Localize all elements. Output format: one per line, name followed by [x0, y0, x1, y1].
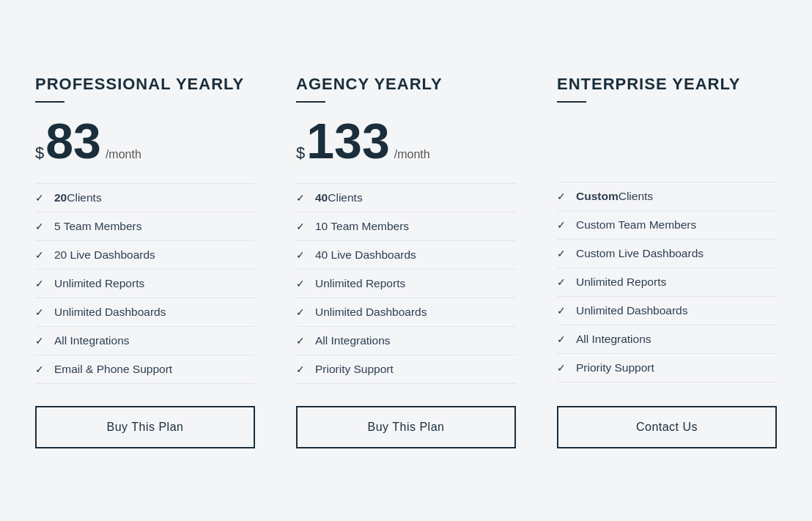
list-item: ✓Custom Clients: [557, 182, 777, 211]
plan-title-professional: PROFESSIONAL YEARLY: [35, 75, 255, 94]
price-period-agency: /month: [394, 148, 430, 161]
feature-text: Unlimited Dashboards: [54, 306, 166, 319]
feature-bold-text: 20: [54, 191, 67, 204]
price-amount-professional: 83: [45, 116, 101, 166]
check-icon: ✓: [557, 248, 566, 259]
list-item: ✓Unlimited Dashboards: [296, 298, 516, 327]
feature-text: 40 Live Dashboards: [315, 248, 416, 262]
feature-bold-text: Custom: [576, 190, 619, 203]
feature-text: Unlimited Reports: [54, 277, 144, 290]
list-item: ✓All Integrations: [296, 327, 516, 355]
check-icon: ✓: [557, 191, 566, 202]
check-icon: ✓: [296, 221, 305, 232]
feature-text: 5 Team Members: [54, 220, 141, 233]
feature-text: Custom Team Members: [576, 218, 696, 232]
feature-text: Email & Phone Support: [54, 363, 172, 376]
list-item: ✓Unlimited Dashboards: [557, 297, 777, 325]
feature-text: 20 Live Dashboards: [54, 248, 155, 262]
check-icon: ✓: [35, 278, 44, 289]
price-amount-agency: 133: [306, 116, 389, 166]
feature-text: Priority Support: [315, 363, 394, 376]
plan-title-enterprise: ENTERPRISE YEARLY: [557, 75, 777, 94]
list-item: ✓Priority Support: [296, 355, 516, 384]
list-item: ✓Email & Phone Support: [35, 355, 255, 384]
plan-divider-enterprise: [557, 101, 586, 103]
cta-button-professional[interactable]: Buy This Plan: [35, 406, 255, 448]
list-item: ✓All Integrations: [557, 325, 777, 354]
check-icon: ✓: [35, 306, 44, 318]
list-item: ✓Custom Live Dashboards: [557, 240, 777, 268]
list-item: ✓All Integrations: [35, 327, 255, 355]
list-item: ✓Unlimited Dashboards: [35, 298, 255, 327]
check-icon: ✓: [35, 192, 44, 204]
check-icon: ✓: [296, 278, 305, 289]
feature-text: Clients: [67, 191, 101, 204]
feature-text: Unlimited Reports: [315, 277, 405, 290]
list-item: ✓Priority Support: [557, 354, 777, 383]
list-item: ✓20 Clients: [35, 183, 255, 213]
plan-no-price-enterprise: [557, 116, 777, 182]
list-item: ✓5 Team Members: [35, 213, 255, 241]
features-list-professional: ✓20 Clients✓5 Team Members✓20 Live Dashb…: [35, 183, 255, 384]
list-item: ✓40 Live Dashboards: [296, 241, 516, 270]
check-icon: ✓: [557, 276, 566, 288]
list-item: ✓20 Live Dashboards: [35, 241, 255, 270]
feature-text: All Integrations: [315, 334, 391, 347]
price-symbol-professional: $: [35, 144, 44, 163]
list-item: ✓10 Team Members: [296, 213, 516, 241]
feature-text: Unlimited Dashboards: [315, 306, 427, 319]
check-icon: ✓: [296, 192, 305, 204]
cta-button-agency[interactable]: Buy This Plan: [296, 406, 516, 448]
pricing-container: PROFESSIONAL YEARLY$83/month✓20 Clients✓…: [15, 53, 797, 469]
list-item: ✓Unlimited Reports: [35, 270, 255, 298]
check-icon: ✓: [296, 335, 305, 347]
feature-text: All Integrations: [54, 334, 130, 347]
feature-text: Clients: [328, 191, 362, 204]
features-list-enterprise: ✓Custom Clients✓Custom Team Members✓Cust…: [557, 182, 777, 384]
feature-text: Clients: [619, 190, 653, 203]
check-icon: ✓: [296, 249, 305, 261]
check-icon: ✓: [296, 306, 305, 318]
check-icon: ✓: [296, 363, 305, 375]
features-list-agency: ✓40 Clients✓10 Team Members✓40 Live Dash…: [296, 183, 516, 384]
plan-card-enterprise: ENTERPRISE YEARLY✓Custom Clients✓Custom …: [536, 53, 797, 469]
plan-title-agency: AGENCY YEARLY: [296, 75, 516, 94]
feature-text: All Integrations: [576, 333, 652, 346]
check-icon: ✓: [35, 335, 44, 347]
check-icon: ✓: [557, 219, 566, 231]
plan-price-professional: $83/month: [35, 116, 255, 166]
feature-text: Unlimited Dashboards: [576, 304, 688, 317]
price-period-professional: /month: [106, 148, 141, 161]
price-symbol-agency: $: [296, 144, 305, 163]
check-icon: ✓: [35, 363, 44, 375]
plan-divider-agency: [296, 101, 325, 103]
plan-card-agency: AGENCY YEARLY$133/month✓40 Clients✓10 Te…: [276, 53, 536, 469]
feature-text: Unlimited Reports: [576, 276, 666, 289]
check-icon: ✓: [557, 362, 566, 374]
check-icon: ✓: [35, 221, 44, 232]
list-item: ✓Custom Team Members: [557, 211, 777, 240]
feature-bold-text: 40: [315, 191, 328, 204]
check-icon: ✓: [557, 305, 566, 317]
plan-divider-professional: [35, 101, 64, 103]
list-item: ✓40 Clients: [296, 183, 516, 213]
plan-price-agency: $133/month: [296, 116, 516, 166]
feature-text: 10 Team Members: [315, 220, 409, 233]
feature-text: Custom Live Dashboards: [576, 247, 704, 260]
list-item: ✓Unlimited Reports: [557, 268, 777, 297]
feature-text: Priority Support: [576, 361, 654, 374]
check-icon: ✓: [557, 333, 566, 345]
cta-button-enterprise[interactable]: Contact Us: [557, 406, 777, 448]
list-item: ✓Unlimited Reports: [296, 270, 516, 298]
plan-card-professional: PROFESSIONAL YEARLY$83/month✓20 Clients✓…: [15, 53, 276, 469]
check-icon: ✓: [35, 249, 44, 261]
